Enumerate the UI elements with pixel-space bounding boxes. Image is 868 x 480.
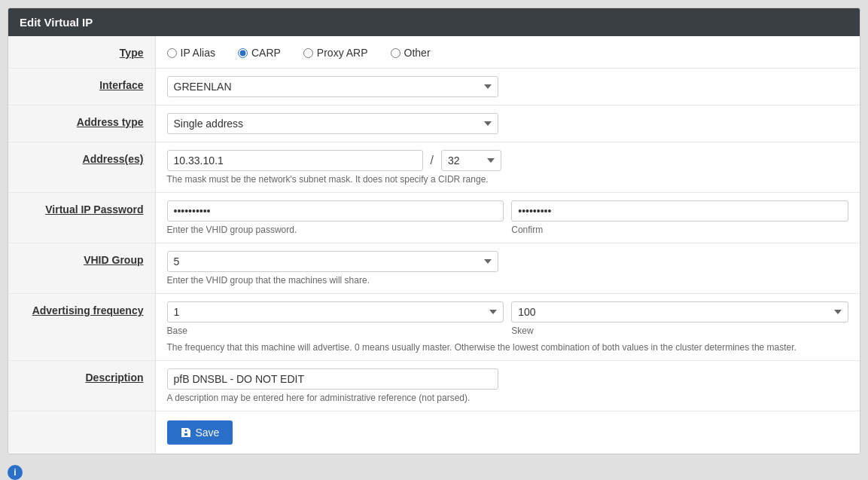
interface-select[interactable]: GREENLAN [167,76,498,97]
radio-other[interactable]: Other [391,47,431,59]
save-icon [181,427,191,438]
base-select[interactable]: 123 4510 203060 [167,301,504,323]
skew-select[interactable]: 011050 100150200250 [511,301,848,323]
vip-password-label: Virtual IP Password [45,203,143,216]
password-help-text: Enter the VHID group password. [167,225,504,235]
radio-ip-alias[interactable]: IP Alias [167,47,215,59]
radio-carp-label: CARP [251,47,281,59]
address-help-text: The mask must be the network's subnet ma… [167,174,849,185]
address-type-label: Address type [77,116,144,128]
address-type-select[interactable]: Single address [167,113,498,134]
address-row: 10.33.10.1 / 32 31 30 29 28 27 26 25 24 [167,150,849,171]
radio-proxy-arp[interactable]: Proxy ARP [303,47,368,59]
freq-row: 123 4510 203060 Base 011050 100150200250 [167,301,849,336]
password-col: Enter the VHID group password. [167,200,504,235]
radio-proxy-arp-label: Proxy ARP [317,47,368,59]
cidr-separator: / [431,154,434,167]
interface-label: Interface [99,79,143,91]
confirm-label: Confirm [511,225,848,235]
description-help-text: A description may be entered here for ad… [167,393,849,403]
description-input[interactable]: pfB DNSBL - DO NOT EDIT [167,368,498,390]
skew-col: 011050 100150200250 Skew [511,301,848,336]
password-input[interactable] [167,200,504,222]
base-label: Base [167,326,504,336]
address-input[interactable]: 10.33.10.1 [167,150,423,171]
base-col: 123 4510 203060 Base [167,301,504,336]
password-row: Enter the VHID group password. Confirm [167,200,849,235]
save-button[interactable]: Save [167,420,233,445]
radio-ip-alias-label: IP Alias [181,47,215,59]
confirm-input[interactable] [511,200,848,222]
freq-help-text: The frequency that this machine will adv… [167,342,849,353]
radio-carp[interactable]: CARP [238,47,281,59]
cidr-select[interactable]: 32 31 30 29 28 27 26 25 24 [441,150,501,171]
type-radio-group: IP Alias CARP Proxy ARP Other [167,44,849,59]
skew-label: Skew [511,326,848,336]
confirm-col: Confirm [511,200,848,235]
info-icon[interactable]: i [8,465,23,480]
radio-other-label: Other [404,47,431,59]
vhid-group-label: VHID Group [84,254,143,266]
save-label: Save [196,426,220,439]
addresses-label: Address(es) [83,153,144,165]
vhid-group-select[interactable]: 1234 567 8910 [167,251,498,272]
panel-title: Edit Virtual IP [8,8,860,36]
advertising-freq-label: Advertising frequency [32,304,144,316]
vhid-help-text: Enter the VHID group that the machines w… [167,275,849,286]
description-label: Description [85,371,143,384]
type-label: Type [120,47,144,59]
